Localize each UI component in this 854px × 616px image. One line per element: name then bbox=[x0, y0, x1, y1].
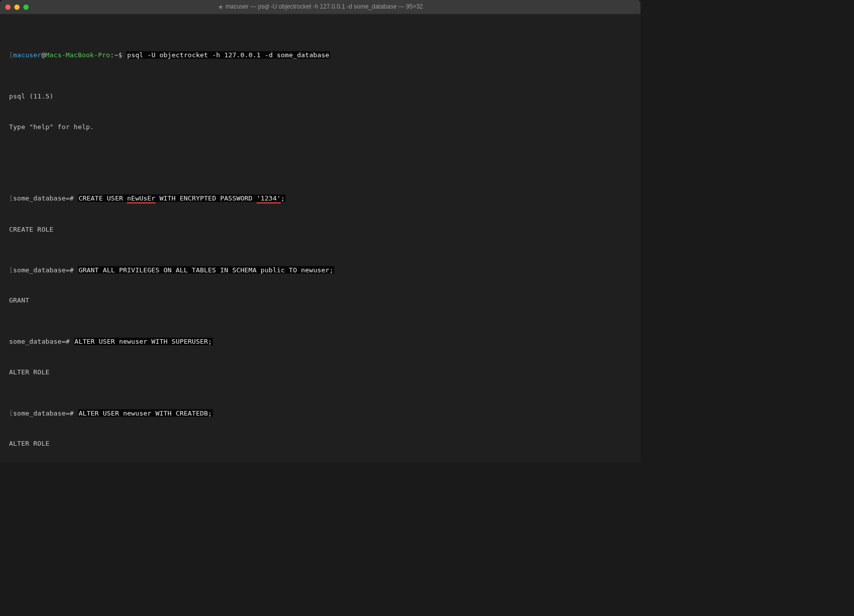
window-title: macuser — psql -U objectrocket -h 127.0.… bbox=[29, 3, 613, 12]
output-help-hint: Type "help" for help. bbox=[9, 122, 631, 132]
shell-prompt-line: [macuser@Macs-MacBook-Pro:~$ psql -U obj… bbox=[9, 50, 631, 60]
close-icon[interactable] bbox=[6, 5, 11, 10]
sql-create-user-line: [some_database=# CREATE USER nEwUsEr WIT… bbox=[9, 193, 631, 203]
output-psql-version: psql (11.5) bbox=[9, 91, 631, 101]
sql-alter-super-line: some_database=# ALTER USER newuser WITH … bbox=[9, 337, 631, 347]
window-controls bbox=[6, 5, 29, 10]
zoom-icon[interactable] bbox=[24, 5, 29, 10]
sql-alter-createdb-line: [some_database=# ALTER USER newuser WITH… bbox=[9, 408, 631, 418]
titlebar: macuser — psql -U objectrocket -h 127.0.… bbox=[0, 0, 640, 15]
window-title-text: macuser — psql -U objectrocket -h 127.0.… bbox=[226, 3, 423, 12]
minimize-icon[interactable] bbox=[15, 5, 20, 10]
prompt-host: Macs-MacBook-Pro bbox=[45, 51, 110, 59]
output-grant: GRANT bbox=[9, 295, 631, 305]
terminal-body[interactable]: [macuser@Macs-MacBook-Pro:~$ psql -U obj… bbox=[0, 15, 640, 462]
output-alter-role-2: ALTER ROLE bbox=[9, 439, 631, 449]
terminal-window: macuser — psql -U objectrocket -h 127.0.… bbox=[0, 0, 640, 462]
sql-username: nEwUsEr bbox=[127, 194, 155, 203]
prompt-path: ~ bbox=[114, 51, 118, 59]
prompt-user: macuser bbox=[13, 51, 41, 59]
output-alter-role-1: ALTER ROLE bbox=[9, 367, 631, 377]
output-create-role: CREATE ROLE bbox=[9, 224, 631, 234]
sql-password: '1234' bbox=[257, 194, 281, 203]
command-psql: psql -U objectrocket -h 127.0.0.1 -d som… bbox=[127, 51, 331, 59]
home-icon bbox=[219, 5, 224, 10]
sql-grant-line: [some_database=# GRANT ALL PRIVILEGES ON… bbox=[9, 265, 631, 275]
